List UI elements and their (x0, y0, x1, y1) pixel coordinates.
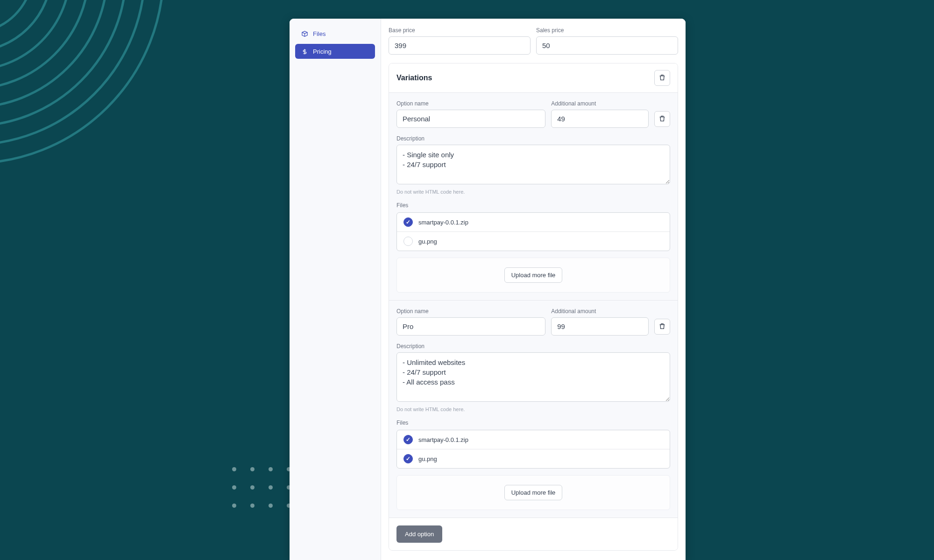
description-label: Description (396, 343, 670, 350)
file-name: gu.png (418, 238, 437, 245)
file-item[interactable]: smartpay-0.0.1.zip (397, 430, 670, 449)
option-name-label: Option name (396, 308, 545, 315)
variation-block: Option nameAdditional amountDescription-… (389, 301, 678, 518)
variation-block: Option nameAdditional amountDescription-… (389, 93, 678, 301)
sales-price-label: Sales price (536, 27, 678, 34)
sidebar-item-label: Files (313, 30, 325, 37)
variations-heading: Variations (396, 74, 432, 82)
file-item[interactable]: gu.png (397, 449, 670, 468)
file-list: smartpay-0.0.1.zipgu.png (396, 430, 670, 469)
upload-row: Upload more file (396, 258, 670, 293)
option-name-input[interactable] (396, 110, 545, 128)
decorative-dot-grid (232, 467, 291, 508)
base-price-label: Base price (389, 27, 531, 34)
description-textarea[interactable]: - Unlimited websites - 24/7 support - Al… (396, 352, 670, 402)
upload-more-button[interactable]: Upload more file (504, 267, 563, 283)
file-radio[interactable] (403, 237, 413, 246)
additional-amount-label: Additional amount (551, 308, 649, 315)
svg-point-2 (0, 0, 70, 70)
sidebar-item-label: Pricing (313, 48, 332, 55)
app-frame: Files Pricing Base price Sales price (290, 19, 686, 560)
add-option-button[interactable]: Add option (396, 525, 442, 543)
svg-point-0 (0, 0, 33, 33)
sidebar-item-files[interactable]: Files (295, 26, 375, 41)
file-name: smartpay-0.0.1.zip (418, 436, 468, 443)
description-textarea[interactable]: - Single site only - 24/7 support (396, 145, 670, 184)
additional-amount-label: Additional amount (551, 100, 649, 107)
file-radio[interactable] (403, 435, 413, 444)
trash-icon (658, 74, 666, 83)
svg-point-1 (0, 0, 51, 51)
svg-point-7 (0, 0, 163, 163)
files-label: Files (396, 202, 670, 209)
option-name-input[interactable] (396, 317, 545, 336)
file-name: gu.png (418, 455, 437, 462)
sidebar-item-pricing[interactable]: Pricing (295, 44, 375, 59)
main-content: Base price Sales price Variations (381, 19, 686, 560)
trash-icon (658, 115, 666, 124)
trash-icon (658, 322, 666, 331)
files-label: Files (396, 420, 670, 426)
file-radio[interactable] (403, 217, 413, 227)
svg-point-6 (0, 0, 145, 145)
svg-point-4 (0, 0, 107, 107)
base-price-input[interactable] (389, 36, 531, 55)
file-name: smartpay-0.0.1.zip (418, 219, 468, 226)
delete-option-button[interactable] (654, 319, 670, 335)
sidebar: Files Pricing (290, 19, 381, 560)
description-helper: Do not write HTML code here. (396, 189, 670, 195)
option-name-label: Option name (396, 100, 545, 107)
file-item[interactable]: smartpay-0.0.1.zip (397, 213, 670, 231)
dollar-icon (301, 48, 308, 55)
description-label: Description (396, 135, 670, 142)
description-helper: Do not write HTML code here. (396, 406, 670, 412)
svg-point-5 (0, 0, 126, 126)
svg-point-3 (0, 0, 89, 89)
file-item[interactable]: gu.png (397, 231, 670, 251)
additional-amount-input[interactable] (551, 317, 649, 336)
delete-option-button[interactable] (654, 111, 670, 127)
box-icon (301, 30, 308, 37)
upload-row: Upload more file (396, 475, 670, 510)
file-list: smartpay-0.0.1.zipgu.png (396, 212, 670, 251)
additional-amount-input[interactable] (551, 110, 649, 128)
upload-more-button[interactable]: Upload more file (504, 485, 563, 500)
delete-variations-button[interactable] (654, 70, 670, 86)
variations-panel: Variations Option nameAdditional amountD… (389, 63, 678, 551)
file-radio[interactable] (403, 454, 413, 463)
sales-price-input[interactable] (536, 36, 678, 55)
